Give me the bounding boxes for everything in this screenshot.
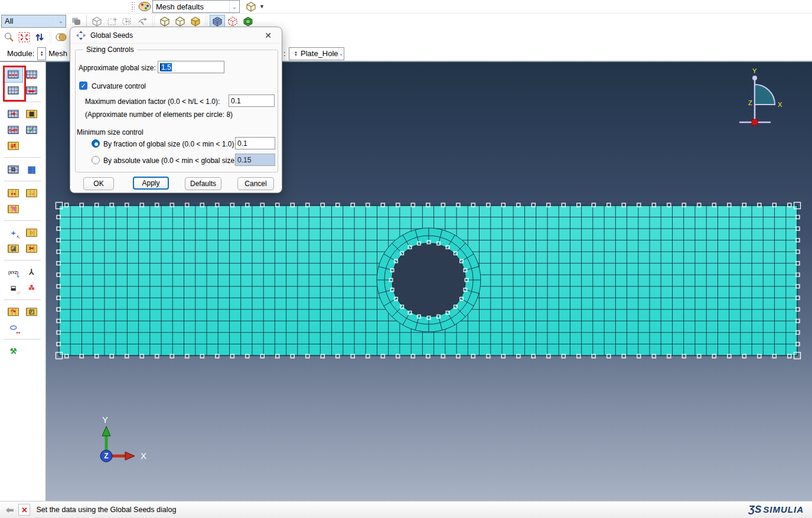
updown-arrows-icon[interactable] [32,31,47,44]
fit-view-icon[interactable] [17,31,32,44]
fraction-of-global-size-radio[interactable] [92,139,100,148]
chevron-down-icon[interactable]: ⌄ [338,48,344,60]
color-code-palette-icon[interactable] [137,0,152,13]
toolbox-divider [4,296,41,300]
split-edge-button[interactable]: ✂ [22,240,41,256]
part-csys: Y X Z [739,67,782,125]
toolbar-drag-handle[interactable] [131,1,135,12]
simulia-brand: ƷS SIMULIA [749,504,804,516]
absolute-value-input: 0.15 [235,154,275,166]
cube-outline-icon[interactable] [89,15,105,28]
collapse-edge-button[interactable]: ◪ [4,240,22,256]
delete-edge-seeds-button[interactable]: ▬ [22,82,41,98]
edit-mesh-button[interactable]: ●● [4,185,22,201]
seed-part-icon: ●●● [7,69,20,80]
global-seeds-dialog: Global Seeds ✕ Sizing Controls Approxima… [70,27,282,193]
dashed-box-pins-icon[interactable] [120,15,135,28]
customize-toolbox-button[interactable]: ⚒ [4,343,22,359]
brand-name: SIMULIA [763,504,804,514]
datum-axis-button[interactable]: ⅄ [22,264,41,280]
svg-text:Y: Y [102,415,108,425]
mesh-region-button[interactable]: ▦ [22,106,41,122]
chevron-down-icon[interactable]: ⌄ [56,15,66,27]
display-group-select[interactable]: All ⌄ [1,15,66,28]
module-label: Module: [7,49,34,58]
select-point-button[interactable]: ＋↖ [4,224,22,240]
seed-edges-button[interactable]: ●●● [22,66,41,82]
toolbox-spacer [22,320,41,335]
ok-button[interactable]: OK [83,177,114,190]
part-select[interactable]: ▲▼ Plate_Hole ⌄ [289,47,344,60]
collapse-edge-icon: ◪ [7,243,20,254]
overlay-circles-icon[interactable] [54,31,69,44]
dashed-box-plus-icon[interactable] [105,15,120,28]
mesh-table-button[interactable]: ▦ [22,161,41,177]
curvature-control-checkbox[interactable]: ✓ [79,82,87,90]
cancel-procedure-icon[interactable]: ✕ [18,504,30,516]
apply-button[interactable]: Apply [133,177,169,190]
verify-mesh-button[interactable]: ✓ [22,122,41,138]
minimum-size-control-label: Minimum size control [77,128,144,136]
datum-point-button[interactable]: (XYZ)＋ [4,264,22,280]
verify-mesh-icon: ✓ [25,125,38,135]
edge-circle-button[interactable]: ○ [22,224,41,240]
dashed-red-cube-icon[interactable] [225,15,240,28]
datum-plane-icon: ⬓▱ [7,283,20,294]
fraction-of-global-size-input[interactable]: 0.1 [235,137,275,149]
delete-part-seeds-button[interactable] [4,82,22,98]
partition-cell-icon: ◰ [25,307,38,317]
dialog-titlebar[interactable]: Global Seeds ✕ [70,27,282,44]
svg-text:X: X [778,101,782,108]
back-arrow-icon[interactable]: ⬅ [6,504,14,516]
max-deviation-input[interactable]: 0.1 [229,95,275,107]
toolbox-spacer [22,201,41,217]
mesh-display-cube-icon[interactable] [210,15,225,28]
overlap-squares-icon[interactable] [69,15,84,28]
mesh-part-button[interactable]: ➜ [4,106,22,122]
orbit-cursor-icon[interactable] [135,15,151,28]
move-node-button[interactable]: → [22,185,41,201]
toolbar-divider [48,31,53,43]
curvature-control-label: Curvature control [92,82,146,90]
magnify-zoom-icon[interactable] [1,31,17,44]
color-code-select[interactable]: Mesh defaults ⌄ [152,0,240,13]
delete-element-button[interactable]: ◥ [4,201,22,217]
svg-text:Y: Y [752,67,757,74]
green-mesh-cube-icon[interactable] [240,15,256,28]
mesh-orientation-button[interactable]: ⇄ [4,138,22,154]
split-edge-icon: ✂ [25,243,38,254]
toolbar-divider [204,15,208,27]
shaded-render-cube-icon[interactable] [188,15,203,28]
svg-text:Z: Z [748,99,752,106]
approx-global-size-input[interactable]: 1.5 [158,61,224,73]
color-code-cube-button[interactable] [243,0,259,13]
cancel-button[interactable]: Cancel [237,177,274,190]
hiddenline-render-cube-icon[interactable] [172,15,188,28]
defaults-button[interactable]: Defaults [185,177,221,190]
datum-csys-button[interactable]: ⁂ [22,280,41,296]
delete-part-seeds-icon [7,85,20,96]
assign-element-type-button[interactable]: S4R [4,122,22,138]
mesh-orientation-icon: ⇄ [7,141,20,151]
swap-diagonal-icon: ↷ [7,307,20,317]
sketch-loop-button[interactable]: ⬭●● [4,320,22,335]
view-triad: Z Y X [100,415,146,462]
status-bar: ⬅ ✕ Set the data using the Global Seeds … [0,501,812,518]
chevron-down-icon[interactable]: ⌄ [229,1,239,12]
select-point-icon: ＋↖ [7,227,20,238]
toolbar-divider [86,15,87,27]
seed-edges-icon: ●●● [25,69,38,80]
datum-plane-button[interactable]: ⬓▱ [4,280,22,296]
elements-per-circle-note: (Approximate number of elements per circ… [85,110,233,119]
dropdown-caret-icon[interactable]: ▼ [259,4,265,9]
absolute-value-radio[interactable] [92,156,100,164]
close-icon[interactable]: ✕ [260,29,276,42]
customize-tools-icon: ⚒ [7,346,20,357]
copy-mesh-button[interactable]: ⧉ [4,161,22,177]
seed-part-button[interactable]: ●●● [4,66,22,82]
partition-cell-button[interactable]: ◰ [22,304,41,320]
part-spinner[interactable]: ▲▼ [292,48,299,59]
swap-diagonal-button[interactable]: ↷ [4,304,22,320]
module-spinner[interactable]: ▲▼ [37,47,46,60]
wireframe-render-cube-icon[interactable] [157,15,172,28]
